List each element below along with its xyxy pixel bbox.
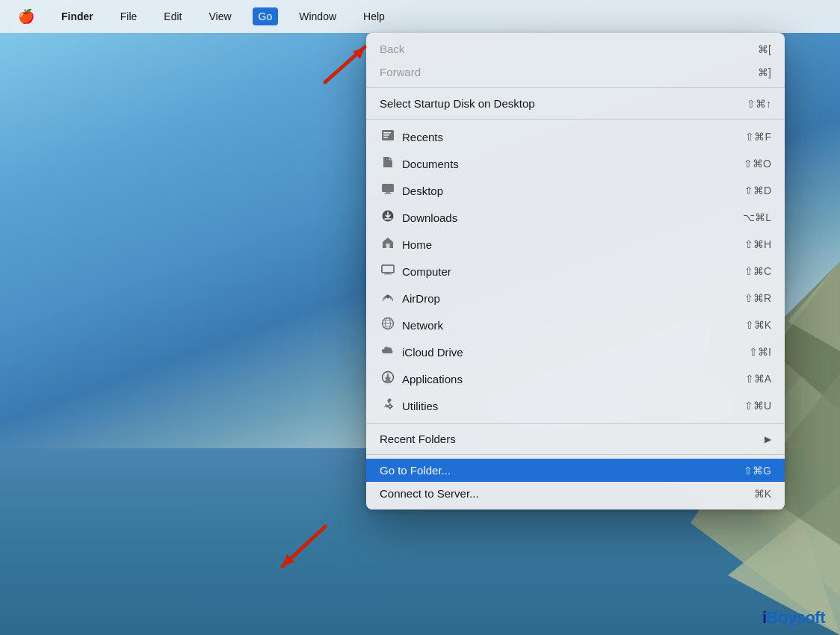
separator-3 xyxy=(366,423,785,424)
home-icon xyxy=(380,236,396,253)
svg-rect-15 xyxy=(382,184,394,192)
svg-rect-13 xyxy=(383,134,389,136)
svg-rect-17 xyxy=(384,193,392,195)
menu-item-icloud[interactable]: iCloud Drive ⇧⌘I xyxy=(366,338,785,365)
svg-rect-14 xyxy=(383,137,388,138)
menu-item-recent-folders[interactable]: Recent Folders ▶ xyxy=(366,427,785,450)
svg-rect-20 xyxy=(386,244,390,248)
svg-rect-21 xyxy=(382,265,394,273)
menubar-view[interactable]: View xyxy=(203,7,237,25)
menu-item-airdrop[interactable]: AirDrop ⇧⌘R xyxy=(366,285,785,312)
documents-icon xyxy=(380,155,396,172)
menu-item-back[interactable]: Back ⌘[ xyxy=(366,37,785,61)
menu-item-startup-disk[interactable]: Select Startup Disk on Desktop ⇧⌘↑ xyxy=(366,92,785,115)
submenu-arrow: ▶ xyxy=(765,434,771,444)
utilities-icon xyxy=(380,397,396,414)
menu-item-connect-server[interactable]: Connect to Server... ⌘K xyxy=(366,482,785,505)
arrow-top-right xyxy=(321,41,374,86)
menubar-window[interactable]: Window xyxy=(293,7,342,25)
go-dropdown-menu: Back ⌘[ Forward ⌘] Select Startup Disk o… xyxy=(366,33,785,509)
separator-1 xyxy=(366,87,785,88)
svg-rect-12 xyxy=(383,132,391,134)
svg-rect-23 xyxy=(384,274,392,275)
separator-4 xyxy=(366,454,785,455)
applications-icon xyxy=(380,371,396,387)
svg-point-31 xyxy=(389,405,392,408)
computer-icon xyxy=(380,263,396,279)
desktop-icon xyxy=(380,182,396,199)
apple-menu[interactable]: 🍎 xyxy=(12,5,40,28)
menu-item-goto-folder[interactable]: Go to Folder... ⇧⌘G xyxy=(366,459,785,482)
iboysoft-watermark: iBoysoft xyxy=(762,608,825,628)
recents-icon xyxy=(380,128,396,145)
menu-item-desktop[interactable]: Desktop ⇧⌘D xyxy=(366,177,785,204)
menu-item-recents[interactable]: Recents ⇧⌘F xyxy=(366,123,785,150)
svg-rect-16 xyxy=(386,192,390,193)
menubar-help[interactable]: Help xyxy=(357,7,391,25)
icloud-icon xyxy=(380,344,396,360)
network-icon xyxy=(380,317,396,333)
menubar-finder[interactable]: Finder xyxy=(55,7,99,25)
menubar-go[interactable]: Go xyxy=(253,7,279,25)
separator-2 xyxy=(366,119,785,120)
arrow-bottom-left xyxy=(269,523,329,575)
menu-item-applications[interactable]: Applications ⇧⌘A xyxy=(366,365,785,392)
svg-rect-22 xyxy=(386,273,390,274)
menu-item-forward[interactable]: Forward ⌘] xyxy=(366,61,785,84)
downloads-icon xyxy=(380,209,396,226)
airdrop-icon xyxy=(380,290,396,306)
menubar-edit[interactable]: Edit xyxy=(158,7,188,25)
menu-item-home[interactable]: Home ⇧⌘H xyxy=(366,231,785,258)
watermark-boysoft: Boysoft xyxy=(767,608,825,627)
menu-item-network[interactable]: Network ⇧⌘K xyxy=(366,312,785,338)
menu-item-downloads[interactable]: Downloads ⌥⌘L xyxy=(366,204,785,231)
menu-item-computer[interactable]: Computer ⇧⌘C xyxy=(366,258,785,285)
menubar: 🍎 Finder File Edit View Go Window Help xyxy=(0,0,840,33)
menu-item-documents[interactable]: Documents ⇧⌘O xyxy=(366,150,785,177)
menu-item-utilities[interactable]: Utilities ⇧⌘U xyxy=(366,392,785,419)
menubar-file[interactable]: File xyxy=(114,7,143,25)
